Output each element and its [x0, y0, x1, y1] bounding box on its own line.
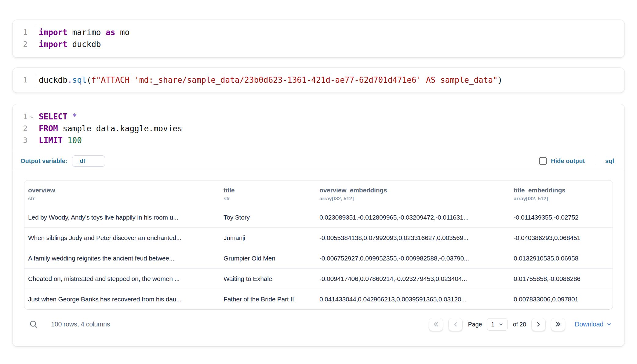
notebook: 12 import marimo as moimport duckdb 1 du…	[12, 20, 625, 347]
code-line[interactable]: SELECT *	[39, 111, 624, 123]
sql-cell: 123 SELECT *FROM sample_data.kaggle.movi…	[12, 104, 625, 347]
table-cell-title: Father of the Bride Part II	[220, 289, 316, 309]
line-number-gutter: 1	[13, 74, 35, 86]
column-type: array[f32, 512]	[514, 196, 609, 202]
column-name: title_embeddings	[514, 187, 609, 194]
table-cell-overview: When siblings Judy and Peter discover an…	[24, 228, 220, 248]
table-cell-title: Jumanji	[220, 228, 316, 248]
table-cell-title_embeddings: 0.007833006,0.097801	[510, 289, 613, 309]
column-header-title_embeddings[interactable]: title_embeddingsarray[f32, 512]	[510, 180, 613, 207]
rows-summary: 100 rows, 4 columns	[51, 321, 110, 328]
column-type: str	[224, 196, 312, 202]
table-cell-overview_embeddings: -0.009417406,0.07860214,-0.023279453,0.0…	[316, 268, 510, 289]
code-editor[interactable]: 1 duckdb.sql(f"ATTACH 'md:_share/sample_…	[13, 68, 624, 93]
table-cell-title_embeddings: -0.040386293,0.068451	[510, 228, 613, 248]
column-name: overview	[28, 187, 216, 194]
table-cell-overview_embeddings: -0.006752927,0.099952355,-0.009982588,-0…	[316, 248, 510, 268]
table-cell-overview_embeddings: 0.023089351,-0.012809965,-0.03209472,-0.…	[316, 207, 510, 228]
column-type: array[f32, 512]	[319, 196, 506, 202]
table-cell-title_embeddings: 0.01755858,-0.0086286	[510, 268, 613, 289]
table-row: Cheated on, mistreated and stepped on, t…	[24, 268, 613, 289]
code-cell-imports: 12 import marimo as moimport duckdb	[12, 20, 625, 58]
table-cell-overview_embeddings: 0.041433044,0.042966213,0.0039591365,0.0…	[316, 289, 510, 309]
last-page-button[interactable]	[551, 318, 565, 331]
pagination: Page 1 of 20	[429, 318, 612, 331]
line-number: 2	[13, 123, 35, 135]
code-editor[interactable]: 12 import marimo as moimport duckdb	[13, 20, 624, 57]
table-cell-overview: Cheated on, mistreated and stepped on, t…	[24, 268, 220, 289]
column-header-overview[interactable]: overviewstr	[24, 180, 220, 207]
chevron-down-icon	[606, 322, 612, 327]
output-variable-input[interactable]	[72, 155, 105, 167]
table-cell-overview: A family wedding reignites the ancient f…	[24, 248, 220, 268]
download-label: Download	[575, 321, 603, 328]
output-variable-row: Output variable: Hide output sql	[13, 151, 624, 171]
column-name: title	[224, 187, 312, 194]
code-area[interactable]: duckdb.sql(f"ATTACH 'md:_share/sample_da…	[35, 74, 624, 86]
chevron-right-icon	[535, 321, 542, 328]
code-cell-attach: 1 duckdb.sql(f"ATTACH 'md:_share/sample_…	[12, 67, 625, 93]
line-number-gutter: 123	[13, 111, 35, 147]
table-cell-overview_embeddings: -0.0055384138,0.07992093,0.023316627,0.0…	[316, 228, 510, 248]
next-page-button[interactable]	[531, 318, 546, 331]
hide-output-checkbox[interactable]	[539, 157, 547, 165]
chevron-down-icon	[498, 322, 504, 327]
table-body: Led by Woody, Andy's toys live happily i…	[24, 207, 613, 309]
line-number: 1	[13, 74, 35, 86]
table-row: Just when George Banks has recovered fro…	[24, 289, 613, 309]
table-header: overviewstrtitlestroverview_embeddingsar…	[24, 180, 613, 207]
code-line[interactable]: LIMIT 100	[39, 135, 624, 147]
table-cell-title: Waiting to Exhale	[220, 268, 316, 289]
line-number: 1	[13, 27, 35, 38]
table-cell-title: Toy Story	[220, 207, 316, 228]
column-type: str	[28, 196, 216, 202]
column-header-title[interactable]: titlestr	[220, 180, 316, 207]
table-cell-overview: Led by Woody, Andy's toys live happily i…	[24, 207, 220, 228]
code-editor[interactable]: 123 SELECT *FROM sample_data.kaggle.movi…	[13, 104, 624, 151]
hide-output-label: Hide output	[551, 158, 585, 165]
prev-page-button[interactable]	[448, 318, 463, 331]
double-chevron-right-icon	[554, 321, 562, 328]
code-area[interactable]: SELECT *FROM sample_data.kaggle.moviesLI…	[35, 111, 624, 147]
table-cell-title_embeddings: -0.011439355,-0.02752	[510, 207, 613, 228]
first-page-button[interactable]	[429, 318, 443, 331]
cell-output: overviewstrtitlestroverview_embeddingsar…	[13, 171, 624, 346]
page-label: Page	[468, 321, 482, 328]
table-row: Led by Woody, Andy's toys live happily i…	[24, 207, 613, 228]
column-name: overview_embeddings	[319, 187, 506, 194]
output-variable-label: Output variable:	[20, 158, 67, 165]
fold-chevron-icon[interactable]	[30, 115, 34, 119]
code-line[interactable]: FROM sample_data.kaggle.movies	[39, 123, 624, 135]
table-row: When siblings Judy and Peter discover an…	[24, 228, 613, 248]
code-area[interactable]: import marimo as moimport duckdb	[35, 27, 624, 50]
line-number: 2	[13, 38, 35, 50]
page-select[interactable]: 1	[487, 318, 508, 331]
line-number: 1	[13, 111, 35, 123]
table-cell-overview: Just when George Banks has recovered fro…	[24, 289, 220, 309]
code-line[interactable]: import marimo as mo	[39, 27, 624, 38]
search-icon	[29, 320, 38, 329]
double-chevron-left-icon	[432, 321, 440, 328]
page-total: of 20	[513, 321, 526, 328]
chevron-left-icon	[452, 321, 459, 328]
code-line[interactable]: import duckdb	[39, 38, 624, 50]
line-number-gutter: 12	[13, 27, 35, 50]
language-button[interactable]: sql	[603, 158, 616, 165]
page-select-value: 1	[491, 321, 494, 328]
table-cell-title: Grumpier Old Men	[220, 248, 316, 268]
table-cell-title_embeddings: 0.0132910535,0.06958	[510, 248, 613, 268]
table-footer: 100 rows, 4 columns Page 1	[24, 316, 613, 333]
vertical-divider	[594, 156, 594, 166]
line-number: 3	[13, 135, 35, 147]
search-button[interactable]	[29, 320, 38, 329]
dataframe-table: overviewstrtitlestroverview_embeddingsar…	[24, 180, 613, 310]
code-line[interactable]: duckdb.sql(f"ATTACH 'md:_share/sample_da…	[39, 74, 624, 86]
download-button[interactable]: Download	[575, 321, 612, 328]
column-header-overview_embeddings[interactable]: overview_embeddingsarray[f32, 512]	[316, 180, 510, 207]
table-row: A family wedding reignites the ancient f…	[24, 248, 613, 268]
